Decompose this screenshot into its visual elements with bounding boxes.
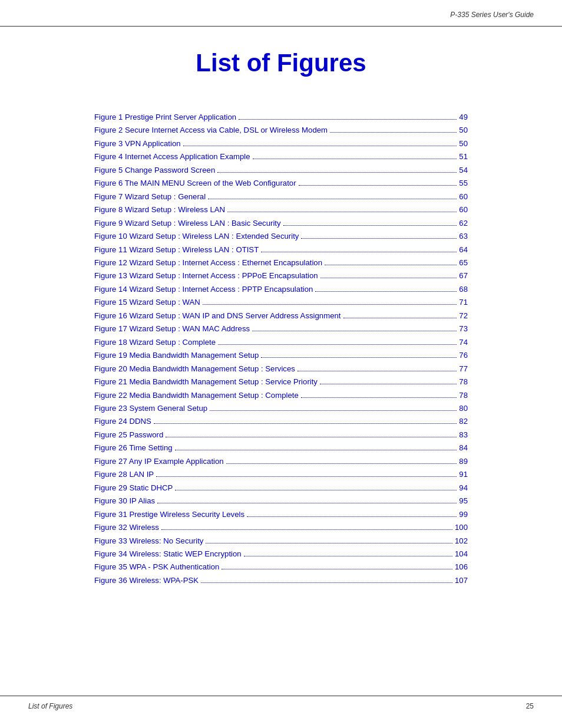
list-item[interactable]: Figure 12 Wizard Setup : Internet Access… <box>94 257 468 269</box>
header-title: P-335 Series User's Guide <box>450 11 534 19</box>
list-item[interactable]: Figure 16 Wizard Setup : WAN IP and DNS … <box>94 310 468 322</box>
list-item[interactable]: Figure 24 DDNS82 <box>94 416 468 427</box>
list-item[interactable]: Figure 25 Password83 <box>94 429 468 441</box>
figure-label: Figure 18 Wizard Setup : Complete <box>94 337 216 348</box>
list-item[interactable]: Figure 18 Wizard Setup : Complete74 <box>94 337 468 348</box>
list-item[interactable]: Figure 14 Wizard Setup : Internet Access… <box>94 284 468 295</box>
figure-label: Figure 4 Internet Access Application Exa… <box>94 151 250 163</box>
toc-dots <box>154 423 457 424</box>
toc-dots <box>203 304 457 305</box>
list-item[interactable]: Figure 4 Internet Access Application Exa… <box>94 151 468 163</box>
toc-dots <box>183 146 457 146</box>
figure-label: Figure 23 System General Setup <box>94 403 207 414</box>
figure-label: Figure 35 WPA - PSK Authentication <box>94 561 219 573</box>
figure-page: 91 <box>459 469 468 480</box>
figure-page: 72 <box>459 310 468 322</box>
list-item[interactable]: Figure 36 Wireless: WPA-PSK107 <box>94 575 468 587</box>
list-item[interactable]: Figure 5 Change Password Screen54 <box>94 164 468 176</box>
toc-dots <box>320 278 457 278</box>
footer-label: List of Figures <box>28 702 72 710</box>
figure-label: Figure 1 Prestige Print Server Applicati… <box>94 111 236 123</box>
toc-dots <box>330 132 457 133</box>
figure-label: Figure 24 DDNS <box>94 416 151 427</box>
list-item[interactable]: Figure 2 Secure Internet Access via Cabl… <box>94 124 468 136</box>
figure-label: Figure 11 Wizard Setup : Wireless LAN : … <box>94 244 259 256</box>
toc-dots <box>343 318 457 318</box>
figure-page: 104 <box>455 548 468 560</box>
figure-page: 102 <box>455 535 468 547</box>
list-item[interactable]: Figure 15 Wizard Setup : WAN71 <box>94 297 468 308</box>
toc-dots <box>175 450 457 450</box>
list-item[interactable]: Figure 32 Wireless100 <box>94 522 468 533</box>
toc-dots <box>222 569 452 569</box>
figure-page: 50 <box>459 124 468 136</box>
footer-page-number: 25 <box>526 702 534 710</box>
figure-label: Figure 31 Prestige Wireless Security Lev… <box>94 509 244 521</box>
figure-page: 83 <box>459 429 468 441</box>
toc-dots <box>175 490 457 490</box>
figure-label: Figure 32 Wireless <box>94 522 159 533</box>
list-item[interactable]: Figure 8 Wizard Setup : Wireless LAN60 <box>94 204 468 216</box>
list-item[interactable]: Figure 3 VPN Application50 <box>94 138 468 150</box>
list-item[interactable]: Figure 19 Media Bandwidth Management Set… <box>94 350 468 361</box>
figure-label: Figure 10 Wizard Setup : Wireless LAN : … <box>94 230 299 242</box>
list-item[interactable]: Figure 17 Wizard Setup : WAN MAC Address… <box>94 323 468 335</box>
figure-page: 67 <box>459 270 468 282</box>
toc-dots <box>247 516 457 517</box>
figure-page: 107 <box>455 575 468 587</box>
list-item[interactable]: Figure 22 Media Bandwidth Management Set… <box>94 390 468 401</box>
figure-page: 60 <box>459 191 468 203</box>
figure-page: 84 <box>459 442 468 454</box>
toc-dots <box>253 159 457 159</box>
figure-label: Figure 9 Wizard Setup : Wireless LAN : B… <box>94 218 281 229</box>
figure-page: 60 <box>459 204 468 216</box>
toc-dots <box>156 476 457 477</box>
list-item[interactable]: Figure 9 Wizard Setup : Wireless LAN : B… <box>94 218 468 229</box>
toc-dots <box>301 238 457 239</box>
figure-page: 74 <box>459 337 468 348</box>
list-item[interactable]: Figure 33 Wireless: No Security102 <box>94 535 468 547</box>
figure-page: 82 <box>459 416 468 427</box>
list-item[interactable]: Figure 11 Wizard Setup : Wireless LAN : … <box>94 244 468 256</box>
figure-page: 71 <box>459 297 468 308</box>
list-item[interactable]: Figure 26 Time Setting84 <box>94 442 468 454</box>
figure-page: 68 <box>459 284 468 295</box>
list-item[interactable]: Figure 34 Wireless: Static WEP Encryptio… <box>94 548 468 560</box>
list-item[interactable]: Figure 30 IP Alias95 <box>94 495 468 507</box>
list-item[interactable]: Figure 20 Media Bandwidth Management Set… <box>94 363 468 375</box>
page-footer: List of Figures 25 <box>0 696 562 710</box>
list-item[interactable]: Figure 7 Wizard Setup : General60 <box>94 191 468 203</box>
figure-page: 51 <box>459 151 468 163</box>
list-item[interactable]: Figure 13 Wizard Setup : Internet Access… <box>94 270 468 282</box>
figure-page: 80 <box>459 403 468 414</box>
list-item[interactable]: Figure 21 Media Bandwidth Management Set… <box>94 376 468 388</box>
figure-page: 65 <box>459 257 468 269</box>
list-item[interactable]: Figure 10 Wizard Setup : Wireless LAN : … <box>94 230 468 242</box>
list-item[interactable]: Figure 1 Prestige Print Server Applicati… <box>94 111 468 123</box>
figure-label: Figure 6 The MAIN MENU Screen of the Web… <box>94 177 296 189</box>
figure-label: Figure 19 Media Bandwidth Management Set… <box>94 350 259 361</box>
list-item[interactable]: Figure 35 WPA - PSK Authentication106 <box>94 561 468 573</box>
figure-page: 62 <box>459 218 468 229</box>
toc-dots <box>325 265 457 265</box>
list-item[interactable]: Figure 29 Static DHCP94 <box>94 482 468 494</box>
figure-label: Figure 27 Any IP Example Application <box>94 456 224 467</box>
list-item[interactable]: Figure 31 Prestige Wireless Security Lev… <box>94 509 468 521</box>
list-item[interactable]: Figure 6 The MAIN MENU Screen of the Web… <box>94 177 468 189</box>
list-item[interactable]: Figure 27 Any IP Example Application89 <box>94 456 468 467</box>
toc-dots <box>239 119 457 120</box>
toc-dots <box>218 344 457 345</box>
list-item[interactable]: Figure 23 System General Setup80 <box>94 403 468 414</box>
toc-dots <box>226 463 457 464</box>
figure-label: Figure 25 Password <box>94 429 163 441</box>
toc-dots <box>201 582 452 583</box>
figure-label: Figure 5 Change Password Screen <box>94 164 215 176</box>
figure-page: 89 <box>459 456 468 467</box>
figure-label: Figure 15 Wizard Setup : WAN <box>94 297 200 308</box>
figure-page: 99 <box>459 509 468 521</box>
list-item[interactable]: Figure 28 LAN IP91 <box>94 469 468 480</box>
toc-dots <box>161 529 452 530</box>
toc-dots <box>283 225 457 226</box>
toc-dots <box>227 212 457 212</box>
figure-page: 106 <box>455 561 468 573</box>
